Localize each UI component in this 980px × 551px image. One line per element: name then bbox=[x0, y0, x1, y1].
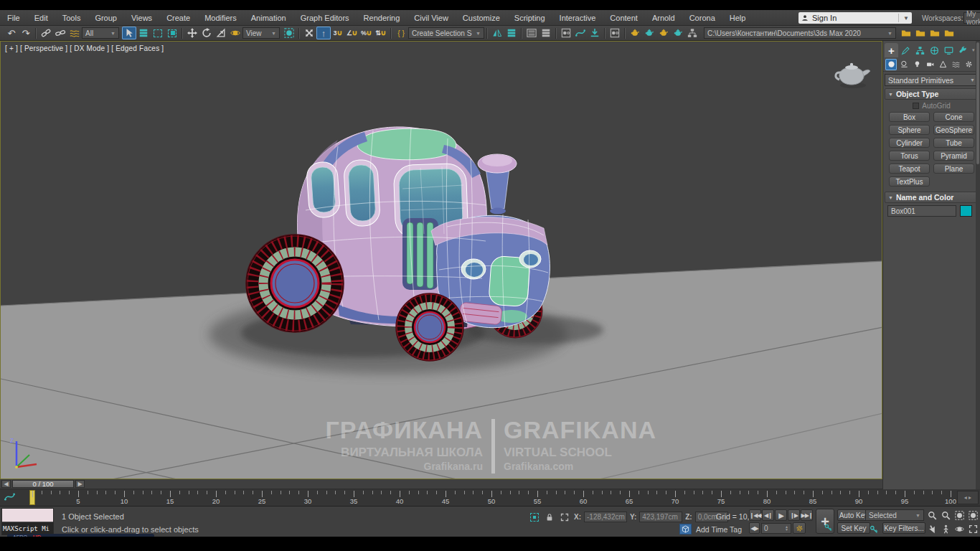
render-in-cloud-button[interactable] bbox=[671, 27, 685, 39]
spinner-snap-toggle[interactable]: ⇅ bbox=[374, 27, 388, 39]
track-bar-end-buttons[interactable]: ◂ ▸ bbox=[957, 491, 979, 504]
object-type-header[interactable]: ▼ Object Type bbox=[885, 88, 979, 100]
y-coord-field[interactable]: 423,197cm bbox=[639, 512, 682, 522]
orbit-button[interactable] bbox=[953, 522, 966, 535]
angle-snap-toggle[interactable]: ∠ bbox=[345, 27, 359, 39]
render-presets-button[interactable] bbox=[685, 27, 699, 39]
use-pivot-point-center-button[interactable] bbox=[282, 27, 296, 39]
create-pyramid-button[interactable]: Pyramid bbox=[933, 151, 974, 161]
create-torus-button[interactable]: Torus bbox=[889, 151, 930, 161]
viewport-label[interactable]: [ + ] [ Perspective ] [ DX Mode ] [ Edge… bbox=[5, 44, 164, 52]
menu-create[interactable]: Create bbox=[159, 10, 197, 26]
folder-options-icon[interactable] bbox=[928, 27, 942, 39]
create-box-button[interactable]: Box bbox=[889, 112, 930, 122]
schematic-view-button[interactable] bbox=[588, 27, 602, 39]
zoom-extents-all-button[interactable] bbox=[966, 509, 979, 522]
walk-through-button[interactable] bbox=[939, 522, 952, 535]
sign-in-dropdown-arrow[interactable]: ▼ bbox=[898, 14, 909, 22]
maxscript-listener-field[interactable]: MAXScript Mi bbox=[2, 522, 53, 534]
category-lights[interactable] bbox=[911, 59, 923, 70]
select-object-button[interactable] bbox=[122, 27, 136, 39]
mirror-button[interactable] bbox=[490, 27, 504, 39]
select-and-manipulate-button[interactable] bbox=[302, 27, 316, 39]
curve-editor-button[interactable] bbox=[573, 27, 588, 39]
render-setup-button[interactable] bbox=[628, 27, 642, 39]
bind-to-space-warp-icon[interactable] bbox=[67, 27, 82, 39]
set-keys-button[interactable]: + bbox=[816, 509, 834, 534]
zoom-button[interactable] bbox=[925, 509, 938, 522]
create-plane-button[interactable]: Plane bbox=[933, 164, 974, 174]
redo-button[interactable]: ↷ bbox=[19, 27, 33, 39]
current-frame-field[interactable]: 0 ▲▼ bbox=[761, 523, 791, 534]
workspace-dropdown[interactable]: My workspace ▼ bbox=[963, 12, 980, 24]
material-editor-button[interactable] bbox=[608, 27, 622, 39]
rendered-frame-window-button[interactable] bbox=[642, 27, 656, 39]
tab-hierarchy[interactable] bbox=[913, 43, 927, 57]
menu-edit[interactable]: Edit bbox=[27, 10, 55, 26]
category-cameras[interactable] bbox=[924, 59, 936, 70]
tab-utilities[interactable] bbox=[956, 43, 970, 57]
new-key-tangent-icon[interactable] bbox=[868, 524, 879, 534]
create-cylinder-button[interactable]: Cylinder bbox=[889, 138, 930, 148]
menu-arnold[interactable]: Arnold bbox=[645, 10, 682, 26]
zoom-extents-selected-button[interactable] bbox=[953, 509, 966, 522]
maxscript-mini-listener[interactable]: MAXScript Mi bbox=[1, 508, 54, 535]
zoom-all-button[interactable] bbox=[939, 509, 952, 522]
previous-frame-arrow[interactable]: ◀ bbox=[1, 480, 11, 488]
absolute-mode-transform-toggle[interactable] bbox=[559, 512, 570, 522]
render-production-button[interactable] bbox=[656, 27, 671, 39]
menu-scripting[interactable]: Scripting bbox=[507, 10, 552, 26]
select-and-link-icon[interactable] bbox=[39, 27, 53, 39]
create-geosphere-button[interactable]: GeoSphere bbox=[933, 125, 974, 135]
menu-graph-editors[interactable]: Graph Editors bbox=[293, 10, 357, 26]
toggle-scene-explorer-button[interactable] bbox=[524, 27, 539, 39]
create-tube-button[interactable]: Tube bbox=[933, 138, 974, 148]
select-and-scale-button[interactable] bbox=[214, 27, 228, 39]
sign-in-button[interactable]: Sign In ▼ bbox=[798, 12, 912, 24]
percent-snap-toggle[interactable]: % bbox=[359, 27, 374, 39]
frame-spinner[interactable]: ▲▼ bbox=[785, 525, 788, 531]
tractor-model[interactable] bbox=[246, 127, 550, 361]
unlink-selection-icon[interactable] bbox=[53, 27, 67, 39]
tab-create[interactable]: + bbox=[885, 43, 898, 57]
tab-modify[interactable] bbox=[899, 43, 913, 57]
project-folder-path-dropdown[interactable]: C:\Users\Константин\Documents\3ds Max 20… bbox=[704, 27, 896, 39]
menu-group[interactable]: Group bbox=[88, 10, 124, 26]
select-and-rotate-button[interactable] bbox=[199, 27, 214, 39]
menu-file[interactable]: File bbox=[0, 10, 27, 26]
command-panel-scrollbar[interactable] bbox=[976, 41, 980, 489]
set-key-button[interactable]: Set Key bbox=[837, 522, 870, 534]
reference-coordinate-system-dropdown[interactable]: View▼ bbox=[242, 27, 280, 39]
time-configuration-button[interactable] bbox=[793, 522, 806, 534]
isolate-selection-toggle[interactable] bbox=[529, 512, 540, 522]
name-and-color-header[interactable]: ▼ Name and Color bbox=[885, 192, 979, 203]
category-helpers[interactable] bbox=[937, 59, 948, 70]
window-crossing-toggle[interactable] bbox=[165, 27, 179, 39]
edit-named-selection-sets-button[interactable]: { } bbox=[394, 27, 408, 39]
menu-customize[interactable]: Customize bbox=[456, 10, 507, 26]
tabs-overflow-arrow[interactable]: ▾ bbox=[972, 47, 975, 53]
play-button[interactable]: ▶ bbox=[775, 509, 787, 521]
primitive-category-dropdown[interactable]: Standard Primitives ▼ bbox=[885, 74, 979, 86]
keyboard-shortcut-override-toggle[interactable]: ↑ bbox=[316, 27, 331, 39]
next-frame-button[interactable]: ❙▶ bbox=[788, 509, 800, 521]
menu-modifiers[interactable]: Modifiers bbox=[197, 10, 244, 26]
menu-views[interactable]: Views bbox=[124, 10, 159, 26]
tab-display[interactable] bbox=[942, 43, 956, 57]
menu-animation[interactable]: Animation bbox=[244, 10, 293, 26]
time-slider-handle[interactable]: 0 / 100 bbox=[12, 480, 74, 488]
zoom-region-button[interactable] bbox=[925, 522, 938, 535]
perspective-viewport[interactable]: z [ + ] [ Perspective ] [ DX Mode ] [ Ed… bbox=[0, 41, 882, 479]
animate-selection-set-dropdown[interactable]: Selected ▼ bbox=[865, 509, 924, 521]
mini-curve-editor-icon[interactable] bbox=[4, 491, 17, 504]
select-and-place-button[interactable] bbox=[228, 27, 242, 39]
create-cone-button[interactable]: Cone bbox=[933, 112, 974, 122]
maximize-viewport-toggle[interactable] bbox=[966, 522, 979, 535]
object-name-field[interactable]: Box001 bbox=[887, 205, 956, 217]
macro-recorder-field[interactable] bbox=[2, 509, 53, 522]
key-mode-toggle[interactable]: ◀▶ bbox=[749, 522, 760, 534]
tab-motion[interactable] bbox=[928, 43, 941, 57]
create-sphere-button[interactable]: Sphere bbox=[889, 125, 930, 135]
open-folder-icon[interactable] bbox=[913, 27, 928, 39]
create-teapot-button[interactable]: Teapot bbox=[889, 164, 930, 174]
